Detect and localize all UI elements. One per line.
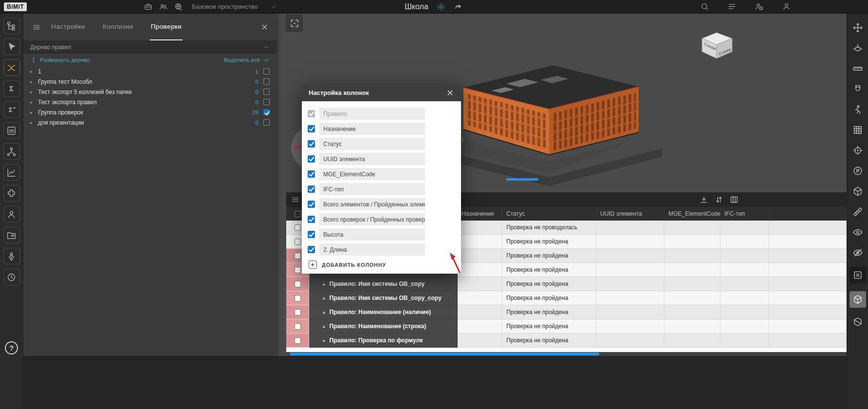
column-header-1[interactable]: Статус <box>502 207 596 221</box>
column-checkbox[interactable] <box>308 186 315 193</box>
row-checkbox[interactable] <box>295 309 301 316</box>
select-all-checkbox[interactable] <box>295 211 301 217</box>
right-tool-parking[interactable]: P <box>851 165 864 177</box>
left-tool-collisions[interactable] <box>3 59 20 76</box>
right-tool-cube-wireframe[interactable] <box>851 185 864 198</box>
drag-handle-icon[interactable] <box>425 170 443 178</box>
panel-menu-icon[interactable] <box>32 23 41 32</box>
expand-arrow-icon[interactable]: ▸ <box>30 110 38 115</box>
drag-handle-icon[interactable] <box>425 186 443 193</box>
left-tool-user-location[interactable] <box>3 248 20 264</box>
right-tool-clear-selection[interactable] <box>850 267 866 283</box>
rule-cell[interactable]: ▴Правило: Имя системы ОВ_copy_copy <box>309 291 458 305</box>
right-tool-measure[interactable] <box>851 205 864 218</box>
tab-0[interactable]: Настройки <box>50 14 86 40</box>
add-column-button[interactable]: + ДОБАВИТЬ КОЛОННУ <box>309 260 461 269</box>
tree-item[interactable]: ▸ Группа тест Мособл 0 <box>23 76 277 87</box>
drag-handle-icon[interactable] <box>425 246 443 254</box>
right-tool-walk-mode[interactable] <box>851 103 864 116</box>
tree-item-checkbox[interactable] <box>263 119 270 126</box>
remove-column-icon[interactable] <box>443 126 455 132</box>
column-header-3[interactable]: MGE_ElementCode <box>665 207 720 221</box>
right-tool-model-view[interactable] <box>850 291 866 308</box>
right-tool-hide[interactable] <box>851 246 864 259</box>
drag-handle-icon[interactable] <box>425 125 443 133</box>
drag-handle-icon[interactable] <box>425 110 443 118</box>
workspace-dropdown[interactable]: Базовое пространство <box>192 3 277 10</box>
rule-cell[interactable]: ▴Правило: Проверка по формуле <box>309 334 458 348</box>
left-tool-select[interactable] <box>3 38 20 55</box>
collapse-icon[interactable]: ▴ <box>323 338 325 343</box>
left-tool-charts[interactable] <box>3 164 20 181</box>
expand-tree-button[interactable]: Развернуть дерево <box>30 56 90 63</box>
sort-rows-icon[interactable] <box>715 195 723 204</box>
left-tool-export-folder[interactable] <box>3 227 20 243</box>
navigation-cube[interactable]: Сзади Слева <box>696 30 737 60</box>
table-menu-icon[interactable] <box>291 195 300 204</box>
collapse-icon[interactable]: ▴ <box>323 324 325 329</box>
right-tool-grid[interactable] <box>851 124 864 136</box>
drag-handle-icon[interactable] <box>425 231 443 239</box>
collapse-icon[interactable]: ▴ <box>323 310 325 315</box>
left-tool-scheme[interactable] <box>3 143 20 160</box>
horizontal-scrollbar[interactable] <box>286 352 847 356</box>
row-checkbox[interactable] <box>295 281 301 287</box>
drag-handle-icon[interactable] <box>425 201 443 208</box>
column-checkbox[interactable] <box>308 216 315 223</box>
fit-view-button[interactable] <box>286 15 302 31</box>
column-checkbox[interactable] <box>308 170 315 178</box>
list-icon[interactable] <box>727 2 737 11</box>
right-tool-ruler[interactable] <box>851 62 864 75</box>
column-header-4[interactable]: IFC-тип <box>720 207 769 221</box>
remove-column-icon[interactable] <box>443 186 455 192</box>
search-icon[interactable] <box>700 2 709 11</box>
remove-column-icon[interactable] <box>443 231 455 238</box>
right-tool-show[interactable] <box>851 226 864 239</box>
user-clock-icon[interactable] <box>755 2 764 11</box>
tree-item[interactable]: ▸ Группа проверок 29 <box>23 107 277 117</box>
expand-arrow-icon[interactable]: ▸ <box>30 79 38 84</box>
column-checkbox[interactable] <box>308 246 315 253</box>
rule-cell[interactable]: ▴Правило: Наименование (строка) <box>309 319 458 334</box>
tree-item[interactable]: ▸ 1 1 <box>23 66 277 76</box>
modal-close-icon[interactable] <box>446 89 454 97</box>
row-checkbox[interactable] <box>295 323 301 330</box>
left-tool-users[interactable] <box>3 206 20 223</box>
column-header-0[interactable]: Назначение <box>458 207 502 221</box>
tree-item-checkbox[interactable] <box>263 68 270 74</box>
row-checkbox[interactable] <box>295 295 301 301</box>
drag-handle-icon[interactable] <box>425 216 443 223</box>
expand-arrow-icon[interactable]: ▸ <box>30 100 38 105</box>
rule-cell[interactable]: ▴Правило: Наименование (наличие) <box>309 305 458 319</box>
left-tool-2d-view[interactable]: 2D <box>3 122 20 139</box>
user-icon[interactable] <box>782 2 791 11</box>
splitter-handle[interactable] <box>506 178 538 181</box>
remove-column-icon[interactable] <box>443 246 455 253</box>
rules-tree-dropdown[interactable]: Дерево правил <box>23 41 277 54</box>
expand-arrow-icon[interactable]: ▸ <box>30 69 38 74</box>
column-checkbox[interactable] <box>308 125 315 132</box>
tree-item-checkbox[interactable] <box>263 109 270 115</box>
left-tool-plugins[interactable] <box>3 185 20 202</box>
column-checkbox[interactable] <box>308 231 315 238</box>
left-tool-sum[interactable]: Σ <box>3 80 20 97</box>
expand-arrow-icon[interactable]: ▸ <box>30 120 38 125</box>
tree-item[interactable]: ▸ Тест экспорта правил 0 <box>23 97 277 107</box>
share-icon[interactable] <box>454 2 463 12</box>
gear-icon[interactable] <box>436 2 446 12</box>
row-checkbox[interactable] <box>295 337 301 344</box>
column-checkbox[interactable] <box>308 110 315 117</box>
left-tool-history[interactable] <box>3 269 20 285</box>
right-tool-magnet[interactable] <box>851 83 864 95</box>
tree-item[interactable]: ▸ Тест экспорт 5 коллизий без папки 0 <box>23 87 277 97</box>
remove-column-icon[interactable] <box>443 171 455 177</box>
column-checkbox[interactable] <box>308 201 315 208</box>
right-tool-section-cube[interactable] <box>851 316 864 328</box>
app-logo[interactable]: BiMiT <box>4 2 27 11</box>
row-checkbox[interactable] <box>295 267 301 273</box>
column-header-2[interactable]: UUID элемента <box>596 207 665 221</box>
row-checkbox[interactable] <box>295 224 301 231</box>
left-tool-sum-add[interactable]: Σ+ <box>3 101 20 118</box>
archive-icon[interactable] <box>144 2 153 11</box>
rule-cell[interactable]: ▴Правило: Имя системы ОВ_copy <box>309 277 458 291</box>
